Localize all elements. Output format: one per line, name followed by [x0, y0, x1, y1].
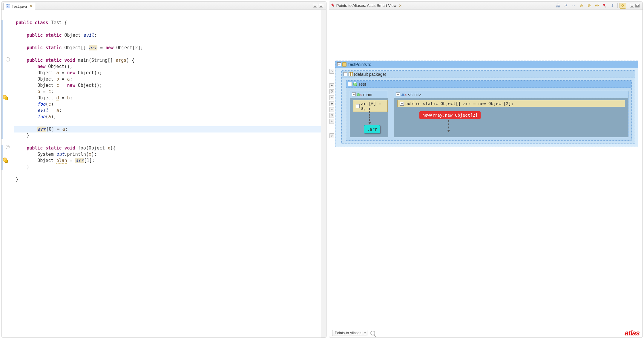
code-line[interactable] [14, 13, 321, 20]
node-new-array-label: newArray:new Object[2] [422, 113, 478, 118]
minimize-icon[interactable] [313, 4, 317, 7]
graph-project-box[interactable]: − TestPointsTo − (default package) [335, 61, 638, 147]
fit-width-icon[interactable]: ↔ [570, 3, 577, 9]
code-line[interactable] [14, 120, 321, 126]
search-icon[interactable] [370, 331, 375, 335]
change-marker [1, 145, 3, 170]
code-line[interactable]: Object c = new Object(); [14, 82, 321, 89]
atlas-footer: Points-to Aliases ▴▾ atlas [329, 328, 643, 338]
graph-class-box[interactable]: − Test − S main [346, 80, 632, 141]
method-icon [357, 93, 360, 96]
graph-method-main-label: main [363, 92, 372, 97]
node-new-array[interactable]: newArray:new Object[2] [419, 111, 481, 119]
package-icon [349, 72, 353, 76]
code-line[interactable]: b = c; [14, 89, 321, 95]
code-line[interactable]: public static Object evil; [14, 32, 321, 38]
analysis-select-value: Points-to Aliases [335, 331, 361, 335]
maximize-icon[interactable] [635, 4, 640, 7]
code-line[interactable] [14, 38, 321, 45]
fold-minus-icon[interactable] [6, 57, 10, 61]
fold-minus-icon[interactable] [6, 145, 10, 149]
node-arr-field-label: .arr [367, 127, 377, 132]
code-line[interactable]: evil = a; [14, 107, 321, 114]
collapse-icon[interactable]: − [348, 82, 352, 86]
minimize-icon[interactable] [630, 4, 634, 7]
graph-class-label: Test [358, 82, 366, 87]
atlas-graph-canvas[interactable]: ⤡ + 0 − ◆ − 0 + ⤢ − TestPointsTo [329, 10, 643, 328]
editor-gutter[interactable] [1, 10, 11, 338]
zoom-reset-icon[interactable]: ⦿ [594, 3, 600, 9]
analysis-select[interactable]: Points-to Aliases ▴▾ [332, 330, 368, 336]
code-line[interactable]: public class Test { [14, 20, 321, 26]
code-line[interactable]: Object a = new Object(); [14, 70, 321, 76]
stmt-arr-assign[interactable]: − arr[0] = a; [353, 100, 388, 112]
zoom-out-icon[interactable]: ⊖ [578, 3, 585, 9]
warning-icon[interactable] [3, 95, 7, 99]
collapse-icon[interactable]: − [356, 104, 360, 108]
editor-pane: Test.java ✕ public class Test { public s… [1, 1, 326, 338]
editor-window-controls [313, 4, 324, 7]
class-icon [353, 82, 357, 86]
change-marker [1, 20, 3, 139]
editor-body: public class Test { public static Object… [1, 10, 326, 338]
atlas-view-title: Points-to Aliases: Atlas Smart View [336, 3, 396, 8]
collapse-icon[interactable]: − [396, 93, 400, 96]
code-line[interactable]: public static Object[] arr = new Object[… [14, 45, 321, 51]
editor-tab-test-java[interactable]: Test.java ✕ [3, 3, 35, 10]
atlas-toolbar: 品 ⇄ ↔ ⊖ ⊕ ⦿ ⤴ ⟳ [555, 3, 641, 9]
hierarchy-icon[interactable]: 品 [555, 3, 561, 9]
warning-icon[interactable] [3, 158, 7, 162]
code-line[interactable]: } [14, 164, 321, 170]
code-line[interactable]: Object d = b; [14, 95, 321, 101]
graph-edge [369, 108, 370, 124]
collapse-icon[interactable]: − [337, 62, 341, 66]
collapse-icon[interactable]: − [344, 72, 347, 76]
folder-icon [342, 62, 346, 67]
stmt-arr-assign-label: arr[0] = a; [361, 101, 385, 111]
graph-package-label: (default package) [354, 72, 386, 77]
link-nodes-icon[interactable]: ⇄ [562, 3, 569, 9]
code-line[interactable]: Object b = a; [14, 76, 321, 82]
java-file-icon [6, 4, 10, 8]
zoom-in-icon[interactable]: ⊕ [586, 3, 592, 9]
code-line[interactable]: arr[0] = a; [14, 126, 321, 132]
export-icon[interactable]: ⤴ [609, 3, 616, 9]
code-line[interactable]: Object blah = arr[1]; [14, 158, 321, 164]
close-icon[interactable]: ✕ [28, 4, 33, 8]
chevron-updown-icon: ▴▾ [364, 331, 366, 335]
overview-ruler[interactable] [321, 10, 326, 338]
code-line[interactable]: foo(a); [14, 114, 321, 120]
code-line[interactable]: } [14, 132, 321, 139]
code-line[interactable] [14, 170, 321, 176]
collapse-icon[interactable]: − [352, 93, 356, 96]
pin-icon [330, 3, 336, 8]
code-line[interactable] [14, 139, 321, 145]
graph-method-clinit[interactable]: − S <clinit> − public static Object[] ar… [394, 91, 628, 137]
graph-method-clinit-label: <clinit> [408, 92, 421, 97]
editor-tabbar: Test.java ✕ [1, 1, 326, 10]
code-line[interactable]: System.out.println(x); [14, 151, 321, 158]
sync-icon[interactable]: ⟳ [620, 3, 626, 9]
atlas-logo: atlas [625, 329, 640, 337]
graph-project-label: TestPointsTo [348, 62, 371, 67]
maximize-icon[interactable] [319, 4, 323, 7]
pin-toolbar-icon[interactable] [601, 3, 608, 9]
graph-method-main[interactable]: − S main − arr[0] = a; .a [350, 91, 388, 137]
stmt-arr-decl[interactable]: − public static Object[] arr = new Objec… [397, 100, 625, 107]
node-arr-field[interactable]: .arr [364, 125, 381, 133]
collapse-icon[interactable]: − [400, 102, 404, 106]
code-line[interactable]: public static void main(String[] args) { [14, 57, 321, 64]
code-line[interactable]: public static void foo(Object x){ [14, 145, 321, 151]
atlas-pane: Points-to Aliases: Atlas Smart View ✕ 品 … [329, 1, 643, 338]
code-area[interactable]: public class Test { public static Object… [11, 10, 321, 338]
code-line[interactable] [14, 51, 321, 57]
close-icon[interactable]: ✕ [398, 4, 402, 8]
code-line[interactable]: foo(c); [14, 101, 321, 107]
code-line[interactable]: new Object(); [14, 64, 321, 70]
code-line[interactable]: } [14, 176, 321, 183]
editor-tab-label: Test.java [12, 4, 27, 9]
stmt-arr-decl-label: public static Object[] arr = new Object[… [405, 101, 513, 106]
code-line[interactable] [14, 26, 321, 32]
static-init-icon [401, 93, 405, 96]
graph-package-box[interactable]: − (default package) − Test [341, 70, 635, 144]
